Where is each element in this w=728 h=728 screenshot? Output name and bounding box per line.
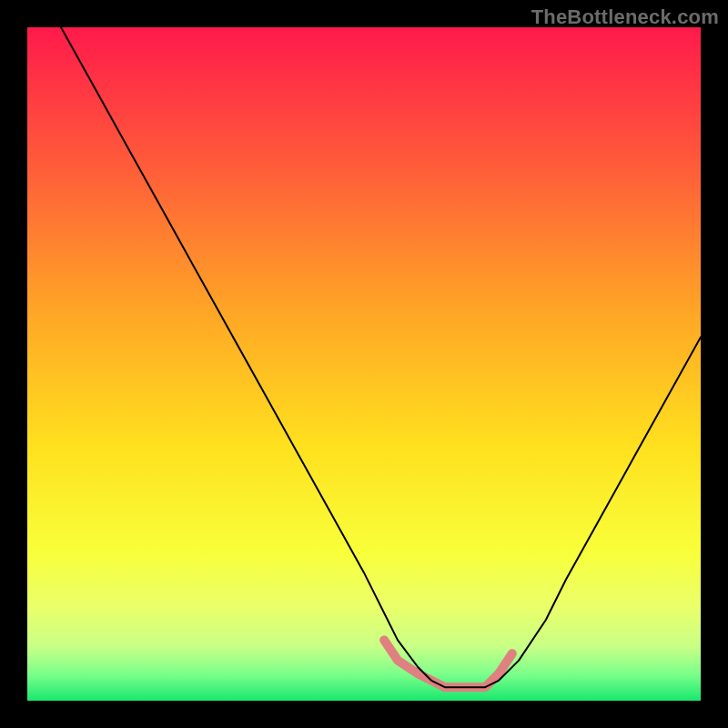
chart-frame: TheBottleneck.com [0, 0, 728, 728]
watermark-text: TheBottleneck.com [531, 5, 719, 29]
chart-series-layer [27, 27, 701, 701]
plot-area [27, 27, 701, 701]
bottleneck-curve [61, 27, 701, 687]
